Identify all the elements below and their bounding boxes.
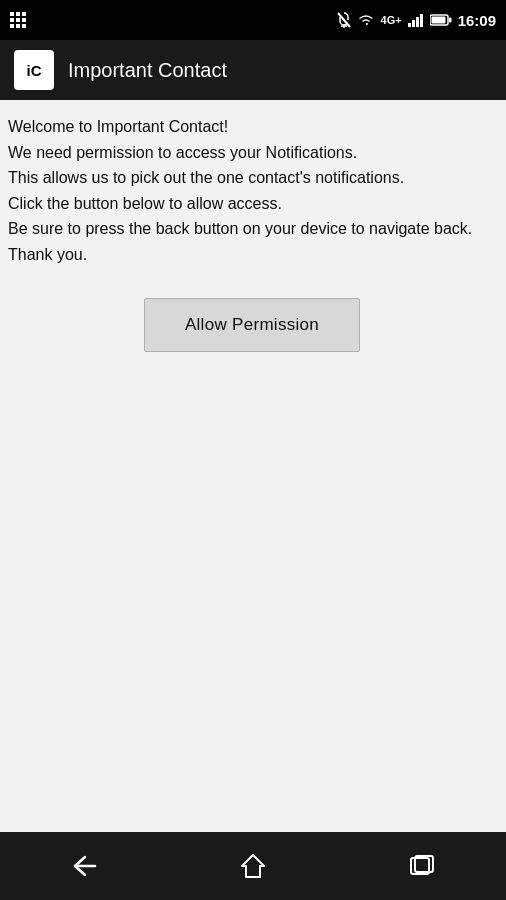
nav-bar <box>0 832 506 900</box>
home-button[interactable] <box>228 841 278 891</box>
allow-permission-button[interactable]: Allow Permission <box>144 298 360 352</box>
battery-icon <box>430 14 452 26</box>
signal-icon <box>408 13 424 27</box>
svg-marker-11 <box>242 855 264 877</box>
status-bar-left <box>10 12 26 28</box>
main-content: Welcome to Important Contact! We need pe… <box>0 100 506 832</box>
app-title: Important Contact <box>68 59 227 82</box>
status-bar: 4G+ 16:09 <box>0 0 506 40</box>
mute-icon <box>337 12 351 28</box>
svg-rect-5 <box>416 17 419 27</box>
status-bar-right: 4G+ 16:09 <box>337 12 496 29</box>
recents-button[interactable] <box>397 841 447 891</box>
svg-rect-9 <box>449 18 452 23</box>
svg-rect-6 <box>420 14 423 27</box>
notification-icon <box>10 12 26 28</box>
home-icon <box>240 853 266 879</box>
back-icon <box>69 855 99 877</box>
app-icon: iC <box>14 50 54 90</box>
time-display: 16:09 <box>458 12 496 29</box>
svg-rect-4 <box>412 20 415 27</box>
welcome-text: Welcome to Important Contact! We need pe… <box>8 114 496 268</box>
network-type: 4G+ <box>381 14 402 26</box>
back-button[interactable] <box>59 841 109 891</box>
recents-icon <box>409 854 435 878</box>
svg-rect-8 <box>431 17 445 24</box>
wifi-icon <box>357 13 375 27</box>
svg-rect-3 <box>408 23 411 27</box>
app-bar: iC Important Contact <box>0 40 506 100</box>
